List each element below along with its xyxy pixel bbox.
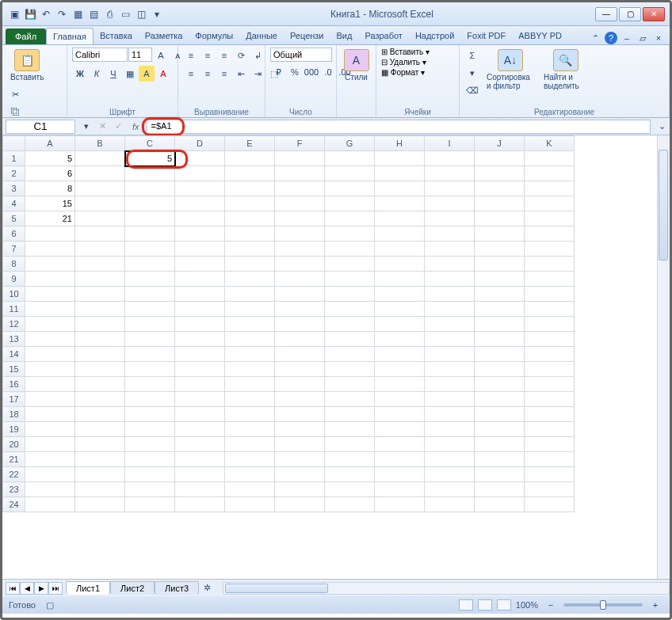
cell-B4[interactable] xyxy=(75,196,125,211)
find-select-button[interactable]: 🔍 Найти и выделить xyxy=(540,48,590,92)
tab-данные[interactable]: Данные xyxy=(239,28,284,44)
cell-K20[interactable] xyxy=(525,437,575,452)
cell-D13[interactable] xyxy=(175,332,225,347)
cell-J12[interactable] xyxy=(475,317,525,332)
zoom-in-icon[interactable]: + xyxy=(647,597,663,613)
cell-H21[interactable] xyxy=(375,452,425,467)
cell-F3[interactable] xyxy=(275,181,325,196)
cell-K24[interactable] xyxy=(525,497,575,512)
window-close-icon[interactable]: × xyxy=(652,32,665,44)
cell-E14[interactable] xyxy=(225,347,275,362)
cell-A13[interactable] xyxy=(25,332,75,347)
cell-B8[interactable] xyxy=(75,257,125,272)
cell-I15[interactable] xyxy=(425,362,475,377)
cell-A17[interactable] xyxy=(25,392,75,407)
cell-F15[interactable] xyxy=(275,362,325,377)
cell-F21[interactable] xyxy=(275,452,325,467)
cell-G10[interactable] xyxy=(325,287,375,302)
cell-D9[interactable] xyxy=(175,272,225,287)
cell-D24[interactable] xyxy=(175,497,225,512)
font-color-icon[interactable]: A xyxy=(155,66,171,82)
cell-F5[interactable] xyxy=(275,211,325,226)
cell-K6[interactable] xyxy=(525,226,575,242)
cell-F19[interactable] xyxy=(275,422,325,437)
cell-J18[interactable] xyxy=(475,407,525,422)
cell-C6[interactable] xyxy=(125,226,175,242)
macro-record-icon[interactable]: ▢ xyxy=(42,597,58,613)
cell-H8[interactable] xyxy=(375,257,425,272)
row-header-24[interactable]: 24 xyxy=(3,497,25,512)
cell-F13[interactable] xyxy=(275,332,325,347)
cell-C18[interactable] xyxy=(125,407,175,422)
cell-K23[interactable] xyxy=(525,482,575,497)
cell-A19[interactable] xyxy=(25,422,75,437)
cell-B7[interactable] xyxy=(75,242,125,257)
cell-J3[interactable] xyxy=(475,181,525,196)
cell-F10[interactable] xyxy=(275,287,325,302)
cell-J22[interactable] xyxy=(475,467,525,482)
cell-F18[interactable] xyxy=(275,407,325,422)
enter-formula-icon[interactable]: ✓ xyxy=(110,119,126,135)
cell-A12[interactable] xyxy=(25,317,75,332)
row-header-20[interactable]: 20 xyxy=(3,437,25,452)
cell-E22[interactable] xyxy=(225,467,275,482)
cell-J17[interactable] xyxy=(475,392,525,407)
cell-H13[interactable] xyxy=(375,332,425,347)
cell-D10[interactable] xyxy=(175,287,225,302)
cell-B1[interactable] xyxy=(75,151,125,166)
cell-J13[interactable] xyxy=(475,332,525,347)
cell-F6[interactable] xyxy=(275,226,325,242)
cell-H7[interactable] xyxy=(375,242,425,257)
sheet-tab-Лист1[interactable]: Лист1 xyxy=(66,581,110,595)
sort-filter-button[interactable]: A↓ Сортировка и фильтр xyxy=(483,48,537,92)
tab-вставка[interactable]: Вставка xyxy=(94,28,139,44)
cell-J23[interactable] xyxy=(475,482,525,497)
cell-K19[interactable] xyxy=(525,422,575,437)
column-header-C[interactable]: C xyxy=(125,136,175,151)
cell-J11[interactable] xyxy=(475,302,525,317)
cell-A5[interactable]: 21 xyxy=(25,211,75,226)
cell-K4[interactable] xyxy=(525,196,575,211)
cell-J16[interactable] xyxy=(475,377,525,392)
column-header-G[interactable]: G xyxy=(325,136,375,151)
row-header-22[interactable]: 22 xyxy=(3,467,25,482)
cell-H19[interactable] xyxy=(375,422,425,437)
align-top-icon[interactable]: ≡ xyxy=(183,48,199,63)
align-middle-icon[interactable]: ≡ xyxy=(200,48,216,63)
cell-H6[interactable] xyxy=(375,226,425,242)
cell-K7[interactable] xyxy=(525,242,575,257)
cell-J7[interactable] xyxy=(475,242,525,257)
new-sheet-icon[interactable]: ✲ xyxy=(199,580,215,596)
cell-C1[interactable]: 5 xyxy=(125,151,175,166)
cell-B15[interactable] xyxy=(75,362,125,377)
indent-decrease-icon[interactable]: ⇤ xyxy=(233,66,249,82)
cell-I7[interactable] xyxy=(425,242,475,257)
row-header-17[interactable]: 17 xyxy=(3,392,25,407)
cell-K8[interactable] xyxy=(525,257,575,272)
cell-J24[interactable] xyxy=(475,497,525,512)
zoom-slider[interactable] xyxy=(563,603,643,607)
sheet-tab-Лист3[interactable]: Лист3 xyxy=(155,581,199,595)
cell-G17[interactable] xyxy=(325,392,375,407)
cell-J9[interactable] xyxy=(475,272,525,287)
cell-G15[interactable] xyxy=(325,362,375,377)
cell-C17[interactable] xyxy=(125,392,175,407)
cell-B12[interactable] xyxy=(75,317,125,332)
cell-H20[interactable] xyxy=(375,437,425,452)
cell-B13[interactable] xyxy=(75,332,125,347)
cell-K16[interactable] xyxy=(525,377,575,392)
row-header-4[interactable]: 4 xyxy=(3,196,25,211)
cell-C9[interactable] xyxy=(125,272,175,287)
page-break-button[interactable] xyxy=(497,599,511,610)
cell-B23[interactable] xyxy=(75,482,125,497)
cell-D7[interactable] xyxy=(175,242,225,257)
cell-J1[interactable] xyxy=(475,151,525,166)
cell-H12[interactable] xyxy=(375,317,425,332)
cell-C13[interactable] xyxy=(125,332,175,347)
tab-рецензи[interactable]: Рецензи xyxy=(284,28,330,44)
cell-F9[interactable] xyxy=(275,272,325,287)
quickprint-icon[interactable]: ◫ xyxy=(134,7,148,21)
cell-A4[interactable]: 15 xyxy=(25,196,75,211)
cut-icon[interactable]: ✂ xyxy=(7,86,23,102)
cell-B24[interactable] xyxy=(75,497,125,512)
